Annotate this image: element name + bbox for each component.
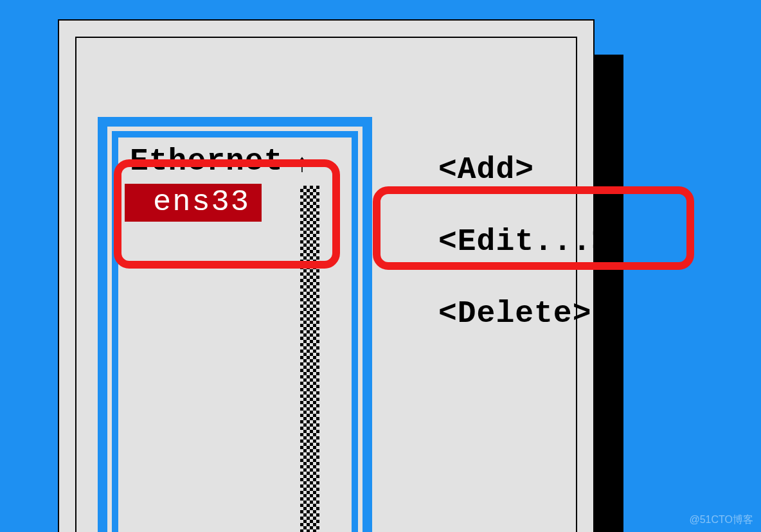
connection-list-inner: Ethernet ↑ ens33 — [112, 131, 358, 532]
scroll-up-arrow-icon[interactable]: ↑ — [294, 150, 310, 179]
nmtui-dialog: Ethernet ↑ ens33 <Add> <Edit...> <Delete… — [58, 19, 595, 532]
connection-list-box: Ethernet ↑ ens33 — [98, 117, 372, 532]
edit-button[interactable]: <Edit...> — [438, 224, 611, 259]
list-scrollbar[interactable] — [300, 186, 319, 532]
watermark-text: @51CTO博客 — [689, 513, 753, 527]
action-buttons: <Add> <Edit...> <Delete> — [438, 152, 611, 368]
list-header-ethernet: Ethernet — [125, 144, 345, 179]
add-button[interactable]: <Add> — [438, 152, 611, 187]
connection-list-content: Ethernet ↑ ens33 — [125, 144, 345, 532]
connection-item-ens33[interactable]: ens33 — [125, 184, 262, 222]
delete-button[interactable]: <Delete> — [438, 296, 611, 331]
